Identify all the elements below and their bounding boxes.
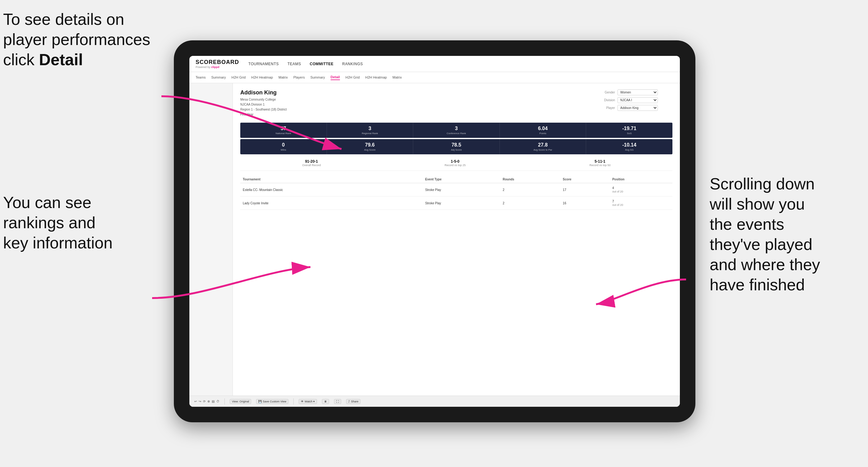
view-original-label: View: Original [232,400,249,403]
subnav-h2h-grid2[interactable]: H2H Grid [345,75,360,80]
stat-avg-score: 79.6 Avg Score [327,139,413,154]
stat-regional-rank: 3 Regional Rank [327,123,413,138]
stat-sos-label: SoS [589,132,670,135]
save-icon: 💾 [258,400,262,403]
gender-row: Gender Women Men [598,89,673,95]
subnav-players[interactable]: Players [293,75,305,80]
undo-icon[interactable]: ↩ [194,400,197,403]
stat-avg-score-par: 27.8 Avg Score to Par [500,139,586,154]
view-original-button[interactable]: View: Original [230,399,251,404]
stat-avg-score-par-value: 27.8 [502,142,584,148]
tournament-position-1: 4 out of 20 [610,183,673,196]
subnav-h2h-grid[interactable]: H2H Grid [231,75,246,80]
layout-icon[interactable]: ▤ [212,400,215,403]
save-custom-button[interactable]: 💾 Save Custom View [256,399,288,404]
tournament-event-type-2: Stroke Play [423,196,500,210]
subnav-summary2[interactable]: Summary [310,75,325,80]
logo-powered: Powered by clippd [195,65,239,69]
subnav-matrix2[interactable]: Matrix [393,75,402,80]
stat-avg-score-par-label: Avg Score to Par [502,148,584,151]
watch-chevron: ▾ [313,400,315,403]
record-top25-value: 1-5-0 [444,159,466,164]
logo-scoreboard: SCOREBOARD [195,59,239,65]
stat-adj-score-value: 78.5 [416,142,497,148]
col-position: Position [610,176,673,183]
position-value-1: 4 [612,186,614,190]
left-sidebar [189,83,233,396]
top-nav: SCOREBOARD Powered by clippd TOURNAMENTS… [189,56,680,72]
player-header: Addison King Mesa Community College NJCA… [240,89,673,117]
record-overall: 91-20-1 Overall Record [302,159,321,167]
stat-adj-score-label: Adj Score [416,148,497,151]
col-rounds: Rounds [500,176,560,183]
player-select[interactable]: Addison King [617,105,658,111]
col-tournament: Tournament [240,176,404,183]
refresh-icon[interactable]: ⟳ [203,400,206,403]
player-year: First Year [240,112,287,117]
toolbar-history: ↩ ↪ ⟳ ⊕ ▤ ⏱ [194,400,219,403]
tournament-spacer-1 [404,183,423,196]
record-overall-value: 91-20-1 [302,159,321,164]
tournament-event-type-1: Stroke Play [423,183,500,196]
tournament-rounds-2: 2 [500,196,560,210]
clock-icon[interactable]: ⏱ [216,400,219,403]
tournament-position-2: 7 out of 20 [610,196,673,210]
gender-label: Gender [598,91,615,94]
sub-nav: Teams Summary H2H Grid H2H Heatmap Matri… [189,72,680,83]
stat-points-label: Points [502,132,584,135]
nav-items: TOURNAMENTS TEAMS COMMITTEE RANKINGS [248,62,363,66]
zoom-icon[interactable]: ⊕ [207,400,210,403]
tournament-rounds-1: 2 [500,183,560,196]
player-select-label: Player [598,106,615,110]
subnav-teams[interactable]: Teams [195,75,206,80]
nav-rankings[interactable]: RANKINGS [342,62,363,66]
stat-wins: 0 Wins [240,139,327,154]
stat-conference-rank-label: Conference Rank [416,132,497,135]
watch-button[interactable]: 👁 Watch ▾ [299,399,317,404]
logo-area: SCOREBOARD Powered by clippd [195,59,239,69]
record-top50: 5-11-1 Record vs top 50 [590,159,611,167]
gender-select[interactable]: Women Men [617,89,658,95]
record-top25: 1-5-0 Record vs top 25 [444,159,466,167]
stat-avg-sg-value: -10.14 [589,142,670,148]
subnav-h2h-heatmap2[interactable]: H2H Heatmap [365,75,387,80]
player-info-left: Addison King Mesa Community College NJCA… [240,89,287,117]
record-overall-label: Overall Record [302,164,321,167]
record-top50-label: Record vs top 50 [590,164,611,167]
stat-avg-sg: -10.14 Avg SG [586,139,673,154]
toolbar-sep-1 [224,398,225,405]
position-sub-2: out of 20 [612,204,623,207]
division-select[interactable]: NJCAA I NJCAA II [617,97,658,103]
subnav-detail[interactable]: Detail [331,75,340,80]
nav-teams[interactable]: TEAMS [287,62,301,66]
subnav-summary[interactable]: Summary [211,75,226,80]
stat-wins-value: 0 [243,142,324,148]
player-region: Region 1 - Southwest (18) District [240,107,287,112]
expand-icon-btn[interactable]: ⛶ [334,399,341,404]
stat-regional-rank-value: 3 [330,126,411,131]
tournament-score-1: 17 [560,183,610,196]
watch-label: Watch [305,400,312,403]
main-content: Addison King Mesa Community College NJCA… [189,83,680,396]
stat-wins-label: Wins [243,148,324,151]
stat-avg-sg-label: Avg SG [589,148,670,151]
player-info-right: Gender Women Men Division NJCAA I NJCAA … [598,89,673,117]
redo-icon[interactable]: ↪ [199,400,201,403]
tournament-name-1: Estella CC- Mountain Classic [240,183,404,196]
subnav-matrix[interactable]: Matrix [278,75,288,80]
stat-points: 6.04 Points [500,123,586,138]
tournament-name-2: Lady Coyote Invite [240,196,404,210]
nav-tournaments[interactable]: TOURNAMENTS [248,62,279,66]
expand-icon: ⛶ [336,400,339,403]
record-top25-label: Record vs top 25 [444,164,466,167]
share-button[interactable]: ⤴ Share [346,399,361,404]
screen-icon-btn[interactable]: 🖥 [322,399,329,404]
nav-committee[interactable]: COMMITTEE [310,62,334,66]
subnav-h2h-heatmap[interactable]: H2H Heatmap [251,75,273,80]
table-row: Lady Coyote Invite Stroke Play 2 16 7 ou… [240,196,673,210]
stat-national-rank: 37 National Rank [240,123,327,138]
stat-points-value: 6.04 [502,126,584,131]
stat-conference-rank: 3 Conference Rank [413,123,500,138]
stat-regional-rank-label: Regional Rank [330,132,411,135]
table-row: Estella CC- Mountain Classic Stroke Play… [240,183,673,196]
